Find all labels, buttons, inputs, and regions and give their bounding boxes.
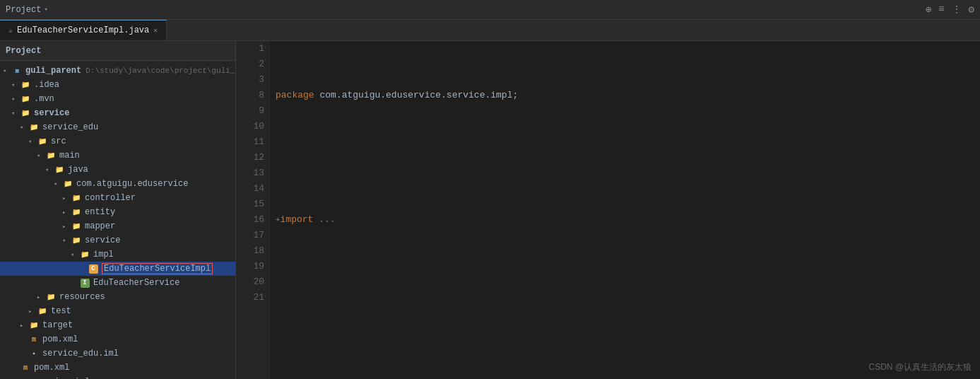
- tree-item-service-pkg[interactable]: 📁 service: [0, 233, 235, 247]
- label-edu-teacher-impl: EduTeacherServiceImpl: [102, 263, 213, 274]
- label-entity: entity: [85, 207, 115, 217]
- arrow-main: [37, 152, 45, 160]
- tree-item-impl[interactable]: 📁 impl: [0, 247, 235, 262]
- tree-item-java[interactable]: 📁 java: [0, 163, 235, 177]
- tree-item-src[interactable]: 📁 src: [0, 134, 235, 148]
- project-tree: ◼ guli_parent D:\study\java\code\project…: [0, 61, 235, 379]
- tree-item-pom-root[interactable]: m pom.xml: [0, 361, 235, 375]
- tree-item-test[interactable]: 📁 test: [0, 304, 235, 318]
- code-line-empty-5: [276, 321, 974, 337]
- label-service-edu: service_edu: [42, 122, 98, 132]
- options-icon[interactable]: ⋮: [952, 4, 962, 16]
- iml-icon-service: ▪: [20, 376, 31, 379]
- tree-item-controller[interactable]: 📁 controller: [0, 191, 235, 205]
- sidebar-title: Project: [6, 46, 230, 56]
- folder-icon-service-edu: 📁: [28, 122, 40, 133]
- folder-icon-test: 📁: [37, 305, 48, 317]
- top-bar: Project ▾ ⊕ ≡ ⋮ ⚙: [0, 0, 980, 20]
- tab-label: EduTeacherServiceImpl.java: [17, 25, 149, 35]
- tree-item-service-iml[interactable]: ▪ service.iml: [0, 375, 235, 379]
- folder-icon-com-atguigu: 📁: [62, 178, 73, 190]
- label-java: java: [68, 165, 88, 175]
- folder-icon-resources: 📁: [45, 291, 57, 303]
- label-service-pkg: service: [85, 235, 120, 245]
- kw-package: package: [276, 88, 319, 103]
- add-icon[interactable]: ⊕: [926, 4, 931, 16]
- label-pom-root: pom.xml: [34, 363, 69, 373]
- tab-edu-teacher-service-impl[interactable]: ☕ EduTeacherServiceImpl.java ✕: [0, 20, 167, 40]
- label-guli-parent: guli_parent: [25, 66, 81, 76]
- label-mvn: .mvn: [34, 94, 54, 104]
- project-label: Project: [6, 5, 41, 15]
- tree-item-service-edu[interactable]: 📁 service_edu: [0, 120, 235, 134]
- java-orange-icon: C: [88, 263, 99, 274]
- import-dots: ...: [319, 212, 335, 228]
- settings-icon[interactable]: ⚙: [969, 4, 974, 16]
- tree-item-edu-teacher-service-impl[interactable]: C EduTeacherServiceImpl: [0, 262, 235, 276]
- arrow-src: [28, 138, 37, 146]
- tree-item-edu-teacher-service[interactable]: I EduTeacherService: [0, 276, 235, 290]
- arrow-idea: [11, 81, 20, 89]
- arrow-service: [11, 110, 20, 117]
- label-test: test: [51, 306, 71, 316]
- code-line-3: +import ...: [276, 212, 974, 228]
- kw-import: import: [281, 212, 319, 228]
- project-menu[interactable]: Project ▾: [6, 5, 48, 15]
- label-resources: resources: [59, 292, 105, 302]
- fold-icon-import[interactable]: +: [276, 212, 281, 228]
- arrow-controller: [62, 194, 71, 202]
- project-sidebar: Project ◼ guli_parent D:\study\java\code…: [0, 41, 236, 379]
- xml-icon: m: [28, 334, 40, 345]
- folder-icon-src: 📁: [37, 136, 48, 147]
- folder-icon-java: 📁: [54, 164, 65, 175]
- folder-icon-main: 📁: [45, 150, 57, 161]
- folder-icon-entity: 📁: [71, 206, 82, 218]
- tree-item-service-edu-iml[interactable]: ▪ service_edu.iml: [0, 346, 235, 361]
- folder-icon-service-pkg: 📁: [71, 235, 82, 246]
- label-impl: impl: [93, 250, 114, 260]
- folder-icon-mapper: 📁: [71, 221, 82, 232]
- arrow-mapper: [62, 223, 71, 231]
- java-green-icon: I: [79, 277, 90, 288]
- tree-item-com-atguigu[interactable]: 📁 com.atguigu.eduservice: [0, 177, 235, 191]
- code-editor[interactable]: 1 2 3 8 9 10 11 12 13 14 15 16 17 18 19 …: [236, 41, 980, 379]
- tree-item-mapper[interactable]: 📁 mapper: [0, 219, 235, 233]
- xml-icon-root: m: [20, 362, 31, 373]
- label-service-edu-iml: service_edu.iml: [42, 349, 119, 358]
- tree-item-mvn[interactable]: 📁 .mvn: [0, 92, 235, 106]
- tree-item-service[interactable]: 📁 service: [0, 106, 235, 120]
- arrow-service-edu: [20, 124, 28, 132]
- tree-item-main[interactable]: 📁 main: [0, 148, 235, 163]
- code-line-empty-4: [276, 274, 974, 290]
- tree-item-guli-parent[interactable]: ◼ guli_parent D:\study\java\code\project…: [0, 64, 235, 78]
- code-area[interactable]: package com.atguigu.eduservice.service.i…: [270, 41, 980, 379]
- arrow-impl: [71, 251, 79, 259]
- list-icon[interactable]: ≡: [938, 4, 944, 16]
- label-target: target: [42, 320, 73, 330]
- folder-icon-service: 📁: [20, 107, 31, 119]
- tree-item-entity[interactable]: 📁 entity: [0, 205, 235, 219]
- label-pom-service-edu: pom.xml: [42, 334, 78, 344]
- label-edu-teacher-service: EduTeacherService: [93, 278, 179, 288]
- folder-icon-impl: 📁: [79, 249, 90, 260]
- arrow-resources: [37, 293, 45, 301]
- main-layout: Project ◼ guli_parent D:\study\java\code…: [0, 41, 980, 379]
- tree-item-resources[interactable]: 📁 resources: [0, 290, 235, 304]
- label-controller: controller: [85, 193, 136, 203]
- java-file-icon: ☕: [8, 26, 13, 35]
- code-line-2: [276, 150, 974, 165]
- folder-icon-idea: 📁: [20, 79, 31, 91]
- tab-bar: ☕ EduTeacherServiceImpl.java ✕: [0, 20, 980, 41]
- project-dropdown-arrow: ▾: [44, 6, 47, 13]
- tab-close-button[interactable]: ✕: [153, 26, 158, 35]
- module-icon: ◼: [11, 65, 23, 76]
- label-src: src: [51, 136, 66, 146]
- arrow-service-pkg: [62, 237, 71, 245]
- arrow-target: [20, 322, 28, 330]
- tree-item-idea[interactable]: 📁 .idea: [0, 78, 235, 92]
- label-com-atguigu: com.atguigu.eduservice: [76, 179, 188, 189]
- folder-icon-mvn: 📁: [20, 93, 31, 105]
- tree-item-target[interactable]: 📁 target: [0, 318, 235, 332]
- tree-item-pom-service-edu[interactable]: m pom.xml: [0, 332, 235, 346]
- sidebar-header: Project: [0, 41, 235, 61]
